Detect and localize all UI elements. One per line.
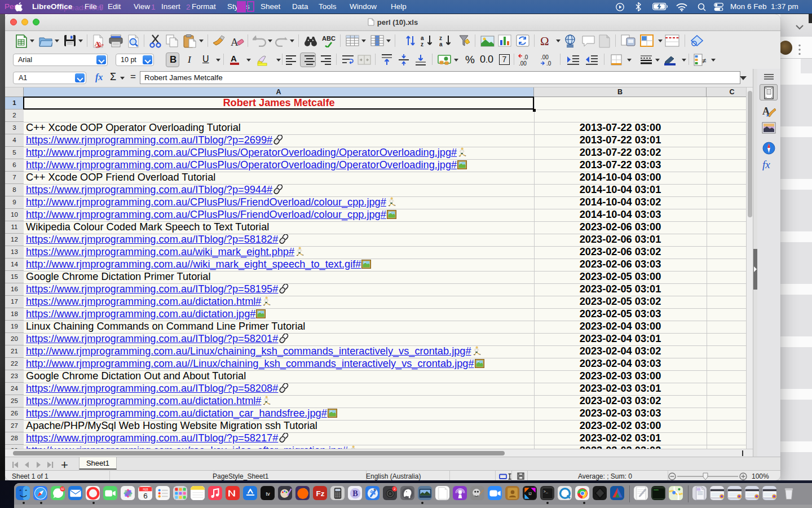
svg-text:2: 2: [394, 487, 395, 491]
svg-text:Ω: Ω: [540, 34, 549, 47]
svg-text:B: B: [352, 489, 358, 498]
svg-text:z: z: [439, 35, 442, 41]
svg-text:.0: .0: [523, 54, 528, 60]
svg-text:fx: fx: [762, 159, 770, 170]
svg-text:IJ: IJ: [528, 492, 531, 496]
svg-text:6: 6: [143, 492, 147, 500]
svg-text:92: 92: [61, 487, 64, 491]
svg-text:a: a: [421, 35, 424, 41]
svg-text:≠: ≠: [702, 56, 706, 65]
svg-text:Fz: Fz: [316, 489, 325, 498]
svg-text:>_: >_: [544, 489, 549, 494]
svg-text:exec: exec: [654, 489, 659, 491]
svg-text:A: A: [231, 54, 237, 63]
svg-text:.00: .00: [541, 54, 549, 60]
svg-text:a: a: [439, 41, 443, 47]
svg-text:ABC: ABC: [322, 35, 336, 42]
svg-text:tv: tv: [266, 491, 270, 497]
svg-text:.00: .00: [519, 60, 527, 66]
svg-text:z: z: [421, 41, 423, 47]
svg-text:.0: .0: [546, 60, 551, 66]
svg-text:FEB: FEB: [143, 488, 148, 491]
